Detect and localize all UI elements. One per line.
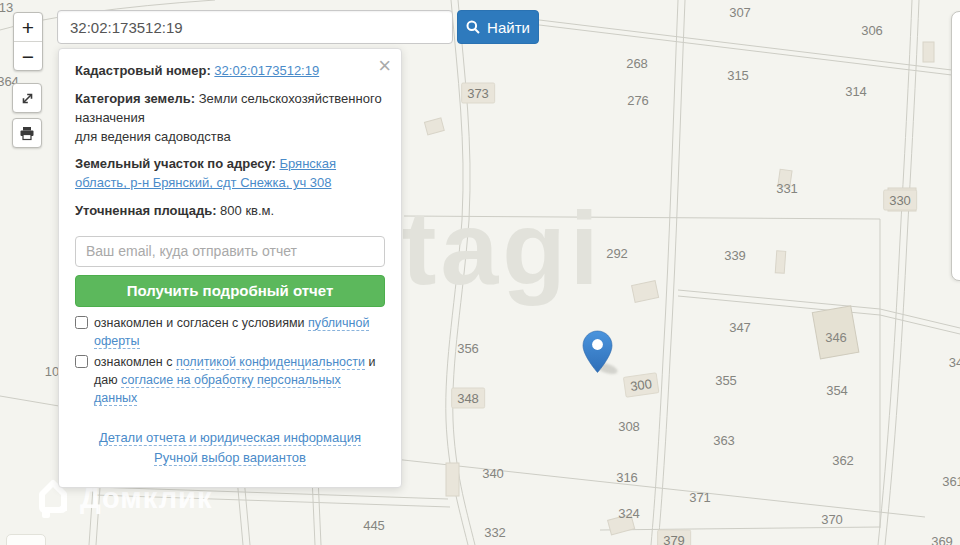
personal-data-link[interactable]: согласие на обработку персональных данны…	[94, 373, 341, 406]
parcel-label: 330	[883, 190, 917, 211]
zoom-control: + −	[13, 12, 43, 71]
cadastral-number-row: Кадастровый номер: 32:02:0173512:19	[75, 62, 385, 81]
parcel-label: 361	[942, 474, 960, 489]
land-category-value2: для ведения садоводства	[75, 129, 231, 144]
parcel-label: 306	[861, 23, 883, 38]
search-button-label: Найти	[487, 19, 530, 36]
expand-arrows-icon	[20, 91, 35, 106]
parcel-label: 370	[821, 512, 843, 527]
map-marker-pin[interactable]	[582, 330, 613, 374]
search-icon	[466, 20, 480, 34]
offer-consent-text-part: ознакомлен и согласен с условиями	[94, 316, 305, 330]
parcel-label: 371	[689, 490, 711, 505]
parcel-label: 348	[451, 388, 485, 409]
zoom-out-button[interactable]: −	[14, 42, 42, 70]
offer-consent-row: ознакомлен и согласен с условиями публич…	[75, 314, 385, 350]
offer-consent-text: ознакомлен и согласен с условиями публич…	[94, 314, 385, 350]
manual-selection-link[interactable]: Ручной выбор вариантов	[154, 450, 306, 466]
fullscreen-button[interactable]	[12, 83, 42, 113]
privacy-policy-link[interactable]: политикой конфиденциальности	[176, 355, 365, 370]
search-button[interactable]: Найти	[457, 10, 539, 44]
parcel-label: 346	[825, 330, 847, 345]
parcel-label: 324	[618, 506, 640, 521]
parcel-label: 292	[606, 246, 628, 261]
parcel-label: 316	[616, 470, 638, 485]
get-report-button[interactable]: Получить подробный отчет	[75, 275, 385, 307]
area-label: Уточненная площадь:	[75, 203, 216, 218]
parcel-label: 373	[461, 83, 495, 104]
land-category-row: Категория земель: Земли сельскохозяйстве…	[75, 90, 385, 147]
parcel-label: 356	[457, 341, 479, 356]
parcel-info-panel: × Кадастровый номер: 32:02:0173512:19 Ка…	[58, 48, 402, 488]
parcel-label: 332	[484, 525, 506, 540]
panel-footer-links: Детали отчета и юридическая информация Р…	[75, 428, 385, 470]
cadastral-number-label: Кадастровый номер:	[75, 63, 211, 78]
parcel-label: 354	[826, 383, 848, 398]
pin-icon	[582, 330, 613, 374]
report-details-link[interactable]: Детали отчета и юридическая информация	[99, 430, 361, 446]
parcel-label: 331	[776, 181, 798, 196]
printer-icon	[19, 126, 35, 141]
parcel-label: 34	[949, 355, 960, 370]
parcel-label: 379	[657, 530, 691, 545]
parcel-label: 314	[845, 84, 867, 99]
area-value: 800 кв.м.	[220, 203, 274, 218]
parcel-label: 340	[482, 466, 504, 481]
parcel-label: 347	[729, 320, 751, 335]
cadastral-map-app: etagi 1336430730626831527631437333133029…	[0, 0, 960, 545]
area-row: Уточненная площадь: 800 кв.м.	[75, 202, 385, 221]
parcel-label: 268	[626, 56, 648, 71]
privacy-consent-row: ознакомлен с политикой конфиденциальност…	[75, 353, 385, 407]
address-label: Земельный участок по адресу:	[75, 156, 276, 171]
parcel-label: 355	[715, 373, 737, 388]
parcel-label: 362	[832, 453, 854, 468]
parcel-label: 363	[713, 433, 735, 448]
right-edge-panel-cut	[951, 11, 960, 281]
parcel-label: 308	[618, 419, 640, 434]
privacy-consent-checkbox[interactable]	[75, 355, 88, 368]
privacy-consent-text: ознакомлен с политикой конфиденциальност…	[94, 353, 385, 407]
parcel-label: 315	[727, 68, 749, 83]
parcel-label: 307	[729, 5, 751, 20]
cadastral-search-input[interactable]	[57, 10, 453, 44]
parcel-label: 13	[0, 0, 13, 15]
cadastral-number-link[interactable]: 32:02:0173512:19	[214, 63, 319, 78]
address-row: Земельный участок по адресу: Брянская об…	[75, 155, 385, 193]
parcel-label: 369	[931, 534, 953, 545]
parcel-label: 339	[724, 248, 746, 263]
zoom-in-button[interactable]: +	[14, 13, 42, 41]
print-button[interactable]	[12, 118, 42, 148]
email-input[interactable]	[75, 236, 385, 267]
close-icon[interactable]: ×	[378, 55, 391, 77]
land-category-label: Категория земель:	[75, 91, 195, 106]
parcel-label: 445	[363, 518, 385, 533]
parcel-label: 276	[627, 93, 649, 108]
bottom-left-control-cut	[6, 534, 46, 545]
privacy-consent-text-part1: ознакомлен с	[94, 355, 172, 369]
offer-consent-checkbox[interactable]	[75, 316, 88, 329]
